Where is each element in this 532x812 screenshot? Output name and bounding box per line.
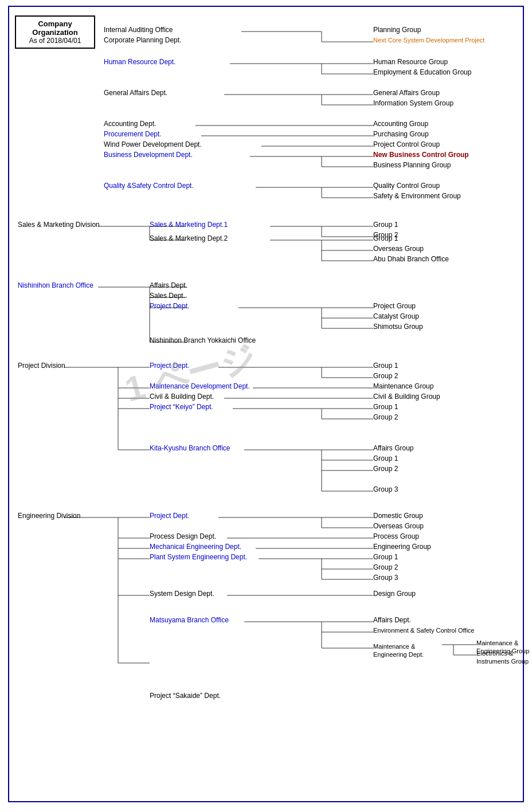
human-resource-group-label: Human Resource Group (373, 58, 448, 66)
planning-group-label: Planning Group (373, 26, 421, 34)
process-design-dept-label: Process Design Dept. (150, 532, 216, 540)
sales-division-label: Sales & Marketing Division (18, 221, 100, 229)
project-keiyo-label: Project “Keiyo” Dept. (150, 403, 213, 411)
kita-group3-label: Group 3 (373, 485, 398, 493)
plant-group2-label: Group 2 (373, 563, 398, 571)
project-division-label: Project Division (18, 362, 65, 370)
nishinihon-project-dept-label: Project Dept. (150, 302, 189, 310)
ed-overseas-group-label: Overseas Group (373, 522, 424, 530)
engineering-group-label: Engineering Group (373, 543, 431, 551)
procurement-dept-label: Procurement Dept. (104, 130, 162, 138)
kita-affairs-group-label: Affairs Group (373, 444, 413, 452)
employment-education-label: Employment & Education Group (373, 68, 471, 76)
quality-safety-dept-label: Quality &Safety Control Dept. (104, 182, 194, 190)
safety-env-group-label: Safety & Environment Group (373, 192, 461, 200)
sm-dept1-group1-label: Group 1 (373, 221, 398, 229)
sm-dept2-abudhabi-label: Abu Dhabi Branch Office (373, 255, 449, 263)
purchasing-group-label: Purchasing Group (373, 130, 429, 138)
electronics-instruments-group-label: Electronics &Instruments Group (476, 649, 529, 665)
design-group-label: Design Group (373, 590, 416, 598)
system-design-dept-label: System Design Dept. (150, 590, 214, 598)
corporate-planning-label: Corporate Planning Dept. (104, 36, 181, 44)
business-dev-dept-label: Business Development Dept. (104, 151, 193, 159)
matsuyama-label: Matsuyama Branch Office (150, 616, 229, 624)
sales-dept1-label: Sales & Marketing Dept.1 (150, 221, 228, 229)
business-planning-label: Business Planning Group (373, 161, 451, 169)
sales-dept2-label: Sales & Marketing Dept.2 (150, 234, 228, 242)
project-sakaide-label: Project “Sakaide” Dept. (150, 692, 221, 700)
sm-dept2-group1-label: Group 1 (373, 234, 398, 242)
wind-power-dept-label: Wind Power Development Dept. (104, 140, 202, 148)
info-system-group-label: Information System Group (373, 99, 453, 107)
nishinihon-label: Nishinihon Branch Office (18, 281, 93, 289)
shimotsu-group-label: Shimotsu Group (373, 323, 423, 331)
pd-project-dept-label: Project Dept. (150, 362, 189, 370)
matsuyama-affairs-dept-label: Affairs Dept. (373, 616, 411, 624)
kita-group2-label: Group 2 (373, 465, 398, 473)
general-affairs-group-label: General Affairs Group (373, 89, 440, 97)
mechanical-eng-dept-label: Mechanical Engineering Dept. (150, 543, 241, 551)
pd-group1-label: Group 1 (373, 362, 398, 370)
plant-group1-label: Group 1 (373, 553, 398, 561)
accounting-group-label: Accounting Group (373, 120, 428, 128)
ed-project-dept-label: Project Dept. (150, 512, 189, 520)
yokkaichi-label: Nishinihon Branch Yokkaichi Office (150, 336, 256, 344)
process-group-label: Process Group (373, 532, 419, 540)
maintenance-group-label: Maintenance Group (373, 382, 433, 390)
nishinihon-project-group-label: Project Group (373, 302, 416, 310)
org-chart: Internal Auditing Office Corporate Plann… (18, 15, 517, 789)
civil-building-group-label: Civil & Building Group (373, 393, 440, 401)
internal-auditing-label: Internal Auditing Office (104, 26, 173, 34)
kita-group1-label: Group 1 (373, 454, 398, 462)
ed-domestic-group-label: Domestic Group (373, 512, 423, 520)
catalyst-group-label: Catalyst Group (373, 312, 419, 320)
accounting-dept-label: Accounting Dept. (104, 120, 156, 128)
human-resource-dept-label: Human Resource Dept. (104, 58, 175, 66)
plant-group3-label: Group 3 (373, 574, 398, 582)
pd-group2-label: Group 2 (373, 372, 398, 380)
keiyo-group2-label: Group 2 (373, 413, 398, 421)
connector-lines (18, 15, 517, 789)
next-core-label: Next Core System Development Project (373, 36, 484, 44)
civil-building-dept-label: Civil & Building Dept. (150, 393, 214, 401)
quality-control-group-label: Quality Control Group (373, 182, 440, 190)
plant-system-dept-label: Plant System Engineering Dept. (150, 553, 247, 561)
env-safety-office-label: Environment & Safety Control Office (373, 626, 475, 634)
sm-dept2-overseas-label: Overseas Group (373, 245, 424, 253)
project-control-group-label: Project Control Group (373, 140, 440, 148)
keiyo-group1-label: Group 1 (373, 403, 398, 411)
nishinihon-sales-label: Sales Dept. (150, 292, 185, 300)
maintenance-dev-dept-label: Maintenance Development Dept. (150, 382, 250, 390)
engineering-division-label: Engineering Division (18, 512, 80, 520)
kita-kyushu-label: Kita-Kyushu Branch Office (150, 444, 230, 452)
new-business-control-label: New Business Control Group (373, 151, 469, 159)
maintenance-eng-dept-label: Maintenance &Engineering Dept. (373, 642, 424, 658)
nishinihon-affairs-label: Affairs Dept. (150, 281, 187, 289)
general-affairs-dept-label: General Affairs Dept. (104, 89, 167, 97)
